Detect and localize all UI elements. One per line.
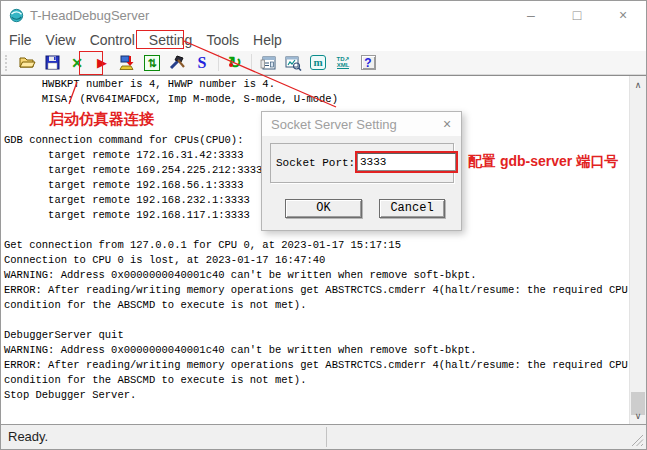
cancel-button[interactable]: Cancel [379, 199, 445, 218]
script-icon[interactable]: S [193, 54, 211, 72]
open-folder-icon[interactable] [18, 54, 36, 72]
log-line: condition for the ABSCMD to execute is n… [4, 298, 626, 313]
log-line: ERROR: After reading/writing memory oper… [4, 283, 626, 298]
configure-port-annotation: 配置 gdb-server 端口号 [468, 153, 618, 171]
log-line [4, 313, 626, 328]
setting-annotation-box [136, 30, 184, 49]
socket-port-label: Socket Port: [276, 157, 355, 169]
log-line: Stop Debugger Server. [4, 388, 626, 403]
menu-view[interactable]: View [39, 30, 83, 50]
build-icon[interactable] [168, 54, 186, 72]
help-icon[interactable]: ? [359, 54, 377, 72]
maximize-button[interactable]: □ [554, 1, 600, 29]
app-window: T-HeadDebugServer – □ × File View Contro… [0, 0, 647, 450]
log-line: condition for the ABSCMD to execute is n… [4, 373, 626, 388]
resize-grip-icon[interactable] [631, 434, 644, 447]
status-bar: Ready. [1, 425, 646, 449]
gdb-debug-icon[interactable]: ↻ [226, 54, 244, 72]
menu-bar: File View Control Setting Tools Help [1, 29, 646, 51]
close-button[interactable]: × [600, 1, 646, 29]
menu-file[interactable]: File [2, 30, 39, 50]
status-divider [326, 427, 327, 447]
toolbar-separator [251, 54, 252, 71]
xml-bottom-glyph: XML [337, 62, 350, 69]
memory-icon[interactable]: m [309, 54, 327, 72]
window-title: T-HeadDebugServer [30, 8, 149, 23]
flash-download-icon[interactable] [118, 54, 136, 72]
log-line: MISA: (RV64IMAFDCX, Imp M-mode, S-mode, … [4, 92, 626, 107]
vertical-scrollbar[interactable]: ∧ ∨ [629, 76, 646, 424]
socket-port-groupbox: Socket Port: [270, 143, 454, 183]
memory-m-glyph: m [310, 55, 326, 70]
socket-server-setting-dialog: Socket Server Setting × Socket Port: OK … [261, 111, 462, 231]
play-annotation-box [79, 51, 103, 75]
socket-port-input[interactable] [357, 153, 456, 171]
menu-control[interactable]: Control [83, 30, 142, 50]
minimize-button[interactable]: – [508, 1, 554, 29]
app-icon [9, 8, 24, 23]
port-input-annotation-box [355, 151, 458, 173]
dialog-title: Socket Server Setting [271, 117, 397, 132]
scroll-up-arrow-icon[interactable]: ∧ [630, 76, 646, 93]
scroll-down-arrow-icon[interactable]: ∨ [630, 407, 646, 424]
log-line: DebuggerServer quit [4, 328, 626, 343]
menu-tools[interactable]: Tools [199, 30, 246, 50]
xml-export-icon[interactable]: TD↗ XML [334, 54, 352, 72]
log-line: WARNING: Address 0x0000000040001c40 can'… [4, 343, 626, 358]
menu-help[interactable]: Help [246, 30, 289, 50]
reset-icon[interactable]: ⇅ [143, 54, 161, 72]
log-line: Connection to CPU 0 is lost, at 2023-01-… [4, 253, 626, 268]
title-bar: T-HeadDebugServer – □ × [1, 1, 646, 29]
save-icon[interactable] [43, 54, 61, 72]
ok-button[interactable]: OK [285, 199, 362, 218]
window-controls: – □ × [508, 1, 646, 29]
toolbar-separator [218, 54, 219, 71]
log-line: HWBKPT number is 4, HWWP number is 4. [4, 77, 626, 92]
debug-dot [229, 63, 233, 67]
status-message: Ready. [8, 429, 48, 444]
dialog-title-bar: Socket Server Setting × [262, 112, 461, 136]
properties-icon[interactable] [259, 54, 277, 72]
reset-arrows-glyph: ⇅ [144, 55, 160, 71]
watch-chart-icon[interactable] [284, 54, 302, 72]
help-question-glyph: ? [361, 55, 376, 70]
log-line: Get connection from 127.0.0.1 for CPU 0,… [4, 238, 626, 253]
log-line: WARNING: Address 0x0000000040001c40 can'… [4, 268, 626, 283]
dialog-close-icon[interactable]: × [436, 116, 458, 132]
log-line: ERROR: After reading/writing memory oper… [4, 358, 626, 373]
